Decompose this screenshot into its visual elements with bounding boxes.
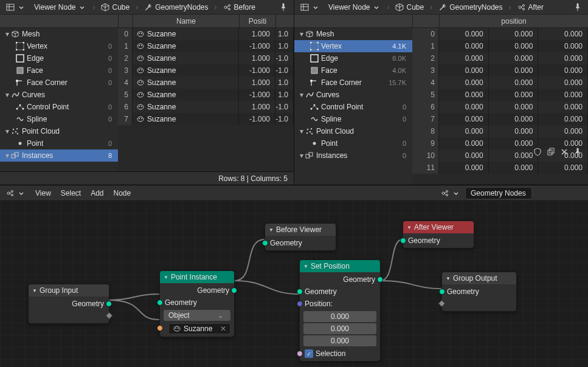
collapse-icon[interactable]: ▼ bbox=[303, 264, 308, 269]
position-y-field[interactable]: 0.000 bbox=[303, 323, 376, 334]
domain-point[interactable]: Point0 bbox=[0, 137, 118, 149]
position-x-field[interactable]: 0.000 bbox=[303, 311, 376, 322]
domain-curves[interactable]: ▾Curves bbox=[0, 89, 118, 101]
selection-checkbox[interactable]: ✓ bbox=[305, 349, 313, 358]
editor-type-button[interactable] bbox=[297, 1, 323, 13]
spreadsheet-header-left: Viewer Node › Cube › GeometryNodes › Bef… bbox=[0, 0, 294, 15]
table-row[interactable]: 10.0000.0000.000 bbox=[412, 40, 588, 52]
menu-select[interactable]: Select bbox=[56, 187, 86, 199]
domain-face[interactable]: Face4.0K bbox=[294, 64, 412, 77]
domain-point-cloud[interactable]: ▾Point Cloud bbox=[0, 125, 118, 137]
domain-control-point[interactable]: Control Point0 bbox=[0, 101, 118, 113]
collapse-icon[interactable]: ▼ bbox=[32, 288, 37, 293]
node-before-viewer[interactable]: ▼Before Viewer Geometry bbox=[265, 223, 336, 251]
table-row[interactable]: 60.0000.0000.000 bbox=[412, 101, 588, 113]
node-group-output[interactable]: ▼Group Output Geometry bbox=[441, 272, 517, 312]
domain-edge[interactable]: Edge8.0K bbox=[294, 52, 412, 64]
editor-type-button[interactable] bbox=[2, 1, 29, 13]
domain-point[interactable]: Point0 bbox=[294, 137, 412, 149]
collapse-icon[interactable]: ▼ bbox=[446, 276, 451, 281]
table-row[interactable]: 70.0000.0000.000 bbox=[412, 113, 588, 125]
socket-geometry-in[interactable]: Geometry bbox=[300, 286, 380, 298]
nodegroup-name-field[interactable]: Geometry Nodes bbox=[465, 187, 532, 199]
table-row[interactable]: 5Suzanne-1.0001.0 bbox=[118, 89, 294, 101]
socket-selection-in[interactable]: ✓Selection bbox=[300, 348, 380, 360]
socket-geometry-out[interactable]: Geometry bbox=[300, 273, 380, 286]
domain-face-corner[interactable]: Face Corner0 bbox=[0, 77, 118, 89]
mode-selector[interactable]: Viewer Node bbox=[325, 1, 384, 13]
domain-curves[interactable]: ▾Curves bbox=[294, 89, 412, 101]
socket-virtual-out[interactable] bbox=[29, 310, 109, 322]
unlink-button[interactable] bbox=[560, 187, 572, 199]
domain-point-cloud[interactable]: ▾Point Cloud bbox=[294, 125, 412, 137]
duplicate-button[interactable] bbox=[547, 187, 559, 199]
table-row[interactable]: 50.0000.0000.000 bbox=[412, 89, 588, 101]
breadcrumb-viewer[interactable]: After bbox=[514, 1, 547, 13]
collapse-icon[interactable]: ▼ bbox=[269, 227, 274, 233]
collapse-icon[interactable]: ▼ bbox=[407, 225, 412, 230]
mesh-icon bbox=[136, 78, 145, 87]
mode-selector[interactable]: Viewer Node bbox=[30, 1, 90, 13]
breadcrumb-object[interactable]: Cube bbox=[97, 1, 133, 13]
node-after-viewer[interactable]: ▼After Viewer Geometry bbox=[403, 221, 474, 249]
table-row[interactable]: 40.0000.0000.000 bbox=[412, 77, 588, 89]
pin-button[interactable] bbox=[570, 1, 586, 13]
table-row[interactable]: 00.0000.0000.000 bbox=[412, 28, 588, 40]
socket-geometry-in[interactable]: Geometry bbox=[160, 297, 234, 309]
domain-mesh[interactable]: ▾Mesh bbox=[294, 28, 412, 40]
domain-spline[interactable]: Spline0 bbox=[0, 113, 118, 125]
table-row[interactable]: 0Suzanne1.0001.0 bbox=[118, 28, 294, 40]
editor-type-button[interactable] bbox=[2, 187, 29, 199]
fake-user-button[interactable] bbox=[533, 187, 545, 199]
table-row[interactable]: 20.0000.0000.000 bbox=[412, 52, 588, 64]
status-bar: Rows: 8 | Columns: 5 bbox=[0, 171, 294, 185]
menu-node[interactable]: Node bbox=[109, 187, 136, 199]
domain-instances[interactable]: ▾Instances8 bbox=[0, 149, 118, 162]
domain-face[interactable]: Face0 bbox=[0, 64, 118, 77]
table-row[interactable]: 80.0000.0000.000 bbox=[412, 125, 588, 137]
domain-edge[interactable]: Edge0 bbox=[0, 52, 118, 64]
socket-geometry-out[interactable]: Geometry bbox=[160, 284, 234, 297]
table-row[interactable]: 4Suzanne1.0001.0 bbox=[118, 77, 294, 89]
socket-geometry-in[interactable]: Geometry bbox=[265, 237, 336, 249]
domain-vertex[interactable]: Vertex4.1K bbox=[294, 40, 412, 52]
socket-object-in[interactable] bbox=[160, 322, 234, 334]
table-row[interactable]: 7Suzanne-1.000-1.0 bbox=[118, 113, 294, 125]
domain-control-point[interactable]: Control Point0 bbox=[294, 101, 412, 113]
menu-add[interactable]: Add bbox=[86, 187, 108, 199]
position-z-field[interactable]: 0.000 bbox=[303, 335, 376, 346]
breadcrumb-modifier[interactable]: GeometryNodes bbox=[140, 1, 212, 13]
menu-view[interactable]: View bbox=[30, 187, 56, 199]
nodegroup-browse[interactable] bbox=[437, 187, 464, 199]
face-icon bbox=[310, 66, 319, 75]
instance-type-dropdown[interactable]: Object bbox=[164, 310, 230, 321]
socket-virtual-in[interactable] bbox=[442, 298, 516, 310]
breadcrumb-modifier[interactable]: GeometryNodes bbox=[435, 1, 506, 13]
breadcrumb-viewer[interactable]: Before bbox=[220, 1, 259, 13]
node-group-input[interactable]: ▼Group Input Geometry bbox=[28, 284, 109, 324]
socket-geometry-in[interactable]: Geometry bbox=[442, 286, 516, 298]
socket-geometry-out[interactable]: Geometry bbox=[29, 298, 109, 310]
node-editor-header: ViewSelectAddNode Geometry Nodes bbox=[0, 185, 588, 201]
domain-face-corner[interactable]: Face Corner15.7K bbox=[294, 77, 412, 89]
socket-geometry-in[interactable]: Geometry bbox=[403, 235, 474, 247]
table-row[interactable]: 2Suzanne1.000-1.0 bbox=[118, 52, 294, 64]
table-row[interactable]: 3Suzanne-1.000-1.0 bbox=[118, 64, 294, 77]
pin-button[interactable] bbox=[573, 187, 586, 199]
node-set-position[interactable]: ▼Set Position Geometry Geometry Position… bbox=[299, 259, 381, 362]
mesh-icon bbox=[136, 30, 145, 38]
domain-instances[interactable]: ▾Instances0 bbox=[294, 149, 412, 162]
table-row[interactable]: 30.0000.0000.000 bbox=[412, 64, 588, 77]
breadcrumb-object[interactable]: Cube bbox=[392, 1, 427, 13]
domain-mesh[interactable]: ▾Mesh bbox=[0, 28, 118, 40]
table-row[interactable]: 1Suzanne-1.0001.0 bbox=[118, 40, 294, 52]
data-rows-left: 0Suzanne1.0001.01Suzanne-1.0001.02Suzann… bbox=[118, 28, 294, 185]
domain-tree-right: ▾MeshVertex4.1KEdge8.0KFace4.0KFace Corn… bbox=[294, 15, 412, 185]
domain-vertex[interactable]: Vertex0 bbox=[0, 40, 118, 52]
collapse-icon[interactable]: ▼ bbox=[164, 275, 168, 280]
pin-button[interactable] bbox=[275, 1, 291, 13]
inst-icon bbox=[11, 151, 19, 160]
domain-spline[interactable]: Spline0 bbox=[294, 113, 412, 125]
node-point-instance[interactable]: ▼Point Instance Geometry Geometry Object… bbox=[159, 270, 235, 337]
table-row[interactable]: 6Suzanne1.000-1.0 bbox=[118, 101, 294, 113]
